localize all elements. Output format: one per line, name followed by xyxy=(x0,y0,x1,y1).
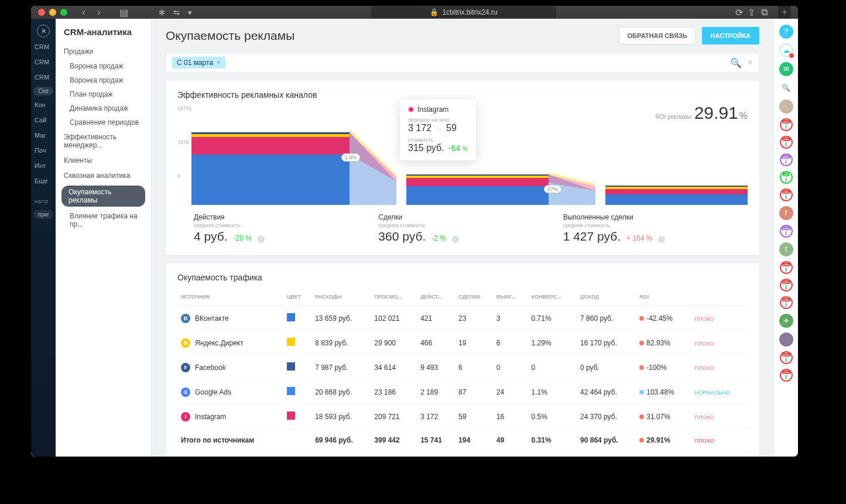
settings-button[interactable]: НАСТРОЙКА xyxy=(702,27,759,44)
filter-clear-icon[interactable]: × xyxy=(748,57,753,68)
sidebar-item[interactable]: Воронка продаж xyxy=(56,59,151,73)
browser-tabbar: ‹ › ▤ ✻ ⇆ ▾ 🔒 1cbitrix.bitrix24.ru ⟳ ⇪ ⧉… xyxy=(31,6,798,19)
table-header[interactable]: ВЫИГ... xyxy=(493,288,528,306)
zoom-window[interactable] xyxy=(60,9,67,16)
chart-tooltip: Instagram перешло на этап 3 172→59 стоим… xyxy=(400,100,476,160)
chip-remove-icon[interactable]: × xyxy=(217,59,221,67)
rail-info-icon[interactable]: webi xyxy=(780,225,793,238)
bubble-conv2: 27% xyxy=(544,185,561,193)
sidebar-item[interactable]: Динамика продаж xyxy=(56,101,151,115)
share2-icon[interactable]: ⇆ xyxy=(173,8,180,17)
table-header[interactable]: ИСТОЧНИК xyxy=(177,288,283,306)
notifications-icon[interactable]: ☁ xyxy=(779,43,793,57)
nav-item[interactable]: Сай xyxy=(31,114,56,126)
sidebar: CRM-аналитика ПродажиВоронка продажВорон… xyxy=(56,19,152,457)
rail-info-icon[interactable]: crmi xyxy=(780,279,793,292)
table-header[interactable] xyxy=(691,288,748,306)
rail-info-icon[interactable]: webi xyxy=(780,153,793,166)
table-header[interactable]: СДЕЛКИ xyxy=(455,288,493,306)
search-rail-icon[interactable]: 🔍 xyxy=(779,81,793,95)
search-icon[interactable]: 🔍 xyxy=(730,57,742,68)
evernote-icon[interactable]: ✻ xyxy=(159,8,165,17)
right-rail: ? ☁ ✉ 🔍 crmi crmi webi oni crmi f webi f… xyxy=(773,19,798,457)
rail-info-icon[interactable]: crmi xyxy=(780,296,793,309)
feedback-button[interactable]: ОБРАТНАЯ СВЯЗЬ xyxy=(619,27,696,44)
sidebar-item-selected[interactable]: Окупаемость рекламы xyxy=(61,186,145,207)
sidebar-item[interactable]: Продажи xyxy=(56,44,151,59)
rail-info-icon[interactable]: crmi xyxy=(780,136,793,149)
table-header[interactable]: ДОХОД xyxy=(577,288,636,306)
table-panel: Окупаемость трафика ИСТОЧНИКЦВЕТРАСХОДЫП… xyxy=(166,263,759,457)
nav-item[interactable]: CRM xyxy=(31,56,56,68)
sidebar-item[interactable]: План продаж xyxy=(56,87,151,101)
nav-item-active[interactable]: Скв xyxy=(33,87,53,95)
rail-info-icon[interactable]: oni xyxy=(780,171,793,184)
user-avatar[interactable] xyxy=(779,100,793,114)
color-swatch xyxy=(287,362,295,371)
nav-item[interactable]: CRM xyxy=(31,71,56,83)
rail-info-icon[interactable]: crmi xyxy=(780,118,793,131)
forward-button[interactable]: › xyxy=(92,6,106,19)
rail-info-icon[interactable]: crmi xyxy=(780,188,793,201)
table-header[interactable]: РАСХОДЫ xyxy=(311,288,371,306)
table-header[interactable]: ЦВЕТ xyxy=(283,288,311,306)
nav-item[interactable]: Еще xyxy=(31,175,56,187)
sidebar-item[interactable]: Эффективность менеджер... xyxy=(56,129,151,153)
table-header[interactable]: ПРОСМО... xyxy=(371,288,417,306)
share-icon[interactable]: ⇪ xyxy=(748,7,755,18)
rail-social-icon[interactable]: f xyxy=(779,242,793,256)
main-content: Окупаемость рекламы ОБРАТНАЯ СВЯЗЬ НАСТР… xyxy=(152,19,773,457)
tabs-icon[interactable]: ⧉ xyxy=(761,7,768,18)
info-icon[interactable]: i xyxy=(658,236,665,243)
table-row[interactable]: FFacebook 7 987 руб.34 6149 4936000 руб.… xyxy=(177,355,748,380)
info-icon[interactable]: i xyxy=(452,236,459,243)
close-panel-icon[interactable]: ✕ xyxy=(37,25,50,37)
chat-icon[interactable]: ✉ xyxy=(779,62,793,76)
rail-social-icon[interactable]: f xyxy=(779,206,793,220)
address-bar[interactable]: 🔒 1cbitrix.bitrix24.ru xyxy=(371,6,556,18)
table-header[interactable]: ДЕЙСТ... xyxy=(417,288,455,306)
filter-chip-date[interactable]: С 01 марта × xyxy=(172,57,225,68)
help-icon[interactable]: ? xyxy=(779,25,793,39)
table-row[interactable]: ЯЯндекс.Директ 8 839 руб.29 9004661961.2… xyxy=(177,331,748,355)
chart-stage-meta: Выполненные сделкисредняя стоимость 1 42… xyxy=(563,213,748,244)
table-total-row: Итого по источникам69 946 руб.399 44215 … xyxy=(177,429,748,452)
pocket-icon[interactable]: ▾ xyxy=(188,8,192,17)
sidebar-item[interactable]: Клиенты xyxy=(56,153,151,168)
rail-info-icon[interactable]: crmi xyxy=(780,351,793,364)
app-left-rail: ✕ CRM CRM CRM Скв Кон Сай Маг Поч Инт Ещ… xyxy=(31,19,56,457)
nav-item[interactable]: Поч xyxy=(31,145,56,156)
table-header[interactable]: КОНВЕРС... xyxy=(528,288,577,306)
nav-item[interactable]: Маг xyxy=(31,129,56,141)
nav-invite[interactable]: приг xyxy=(33,210,53,219)
nav-settings[interactable]: настр xyxy=(31,196,56,207)
new-tab-button[interactable]: + xyxy=(778,6,791,19)
filter-bar[interactable]: С 01 марта × 🔍 × xyxy=(166,53,759,73)
table-row[interactable]: IInstagram 18 593 руб.209 7213 17259160.… xyxy=(177,404,748,429)
bubble-conv: 1.9% xyxy=(341,153,361,162)
back-button[interactable]: ‹ xyxy=(77,6,91,19)
reload-icon[interactable]: ⟳ xyxy=(735,7,743,18)
table-row[interactable]: GGoogle Ads 20 868 руб.23 1862 18987241.… xyxy=(177,380,748,404)
user-avatar-2[interactable] xyxy=(779,332,793,347)
lock-icon: 🔒 xyxy=(430,8,439,16)
sidebar-item[interactable]: Сравнение периодов xyxy=(56,115,151,129)
close-window[interactable] xyxy=(38,9,45,16)
rail-info-icon[interactable]: crmi xyxy=(780,369,793,382)
table-header[interactable]: ROI xyxy=(636,288,691,306)
table-row[interactable]: ВВКонтакте 13 659 руб.102 0214212330.71%… xyxy=(177,306,748,331)
rail-info-icon[interactable]: crmi xyxy=(780,261,793,274)
traffic-table: ИСТОЧНИКЦВЕТРАСХОДЫПРОСМО...ДЕЙСТ...СДЕЛ… xyxy=(177,288,748,452)
nav-item[interactable]: Кон xyxy=(31,99,56,111)
chart-transition: 1.9% xyxy=(350,129,392,205)
nav-item[interactable]: CRM xyxy=(31,41,56,53)
sidebar-toggle-icon[interactable]: ▤ xyxy=(117,6,131,19)
sidebar-item[interactable]: Сквозная аналитика xyxy=(56,168,151,183)
sidebar-item[interactable]: Воронка продаж xyxy=(56,73,151,87)
rail-telegram-icon[interactable]: ✈ xyxy=(779,314,793,328)
chart-panel: Эффективность рекламных каналов ROI рекл… xyxy=(166,81,759,255)
sidebar-item[interactable]: Влияние трафика на пр... xyxy=(56,209,151,231)
nav-item[interactable]: Инт xyxy=(31,160,56,172)
info-icon[interactable]: i xyxy=(258,236,265,243)
minimize-window[interactable] xyxy=(49,9,56,16)
